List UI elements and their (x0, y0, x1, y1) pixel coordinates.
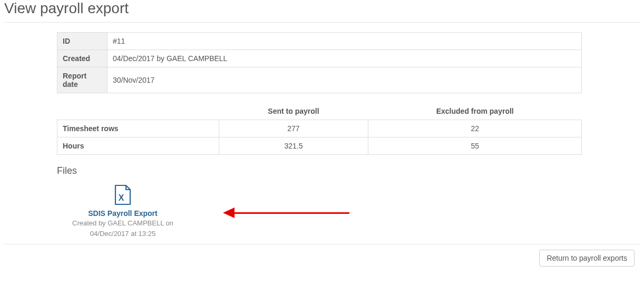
table-row: Timesheet rows 277 22 (57, 120, 582, 137)
divider (4, 22, 640, 23)
stats-col-sent: Sent to payroll (219, 104, 368, 120)
table-row: Hours 321.5 55 (57, 137, 582, 155)
info-created-value: 04/Dec/2017 by GAEL CAMPBELL (108, 50, 582, 67)
info-id-label: ID (57, 33, 108, 50)
page-title: View payroll export (4, 0, 640, 22)
table-row: ID #11 (57, 33, 582, 50)
main-content: ID #11 Created 04/Dec/2017 by GAEL CAMPB… (57, 32, 582, 219)
arrow-line (233, 212, 349, 214)
file-meta-line2: 04/Dec/2017 at 13:25 (57, 229, 189, 239)
stats-row-timesheet-excluded: 22 (368, 120, 582, 137)
stats-row-timesheet-label: Timesheet rows (57, 120, 219, 137)
info-created-label: Created (57, 50, 108, 67)
table-row: Created 04/Dec/2017 by GAEL CAMPBELL (57, 50, 582, 67)
info-id-value: #11 (108, 33, 582, 50)
table-row: Sent to payroll Excluded from payroll (57, 104, 582, 120)
stats-col-excluded: Excluded from payroll (368, 104, 582, 120)
divider (4, 244, 640, 244)
svg-text:X: X (119, 193, 124, 202)
stats-row-timesheet-sent: 277 (219, 120, 368, 137)
table-row: Report date 30/Nov/2017 (57, 67, 582, 93)
info-report-date-label: Report date (57, 67, 108, 93)
arrow-head-icon (223, 208, 235, 218)
excel-file-icon: X (113, 184, 132, 207)
info-table: ID #11 Created 04/Dec/2017 by GAEL CAMPB… (57, 32, 582, 93)
file-item: X SDIS Payroll Export Created by GAEL CA… (57, 182, 189, 244)
stats-row-hours-label: Hours (57, 137, 219, 155)
stats-row-hours-excluded: 55 (368, 137, 582, 155)
stats-empty-header (57, 104, 219, 120)
files-heading: Files (57, 165, 582, 176)
footer: Return to payroll exports (4, 250, 640, 267)
annotation-arrow (223, 208, 582, 219)
file-meta-line1: Created by GAEL CAMPBELL on (57, 219, 189, 228)
stats-table: Sent to payroll Excluded from payroll Ti… (57, 104, 582, 155)
stats-row-hours-sent: 321.5 (219, 137, 368, 155)
return-button[interactable]: Return to payroll exports (539, 250, 635, 267)
file-download-link[interactable]: SDIS Payroll Export (57, 209, 189, 218)
info-report-date-value: 30/Nov/2017 (108, 67, 582, 93)
